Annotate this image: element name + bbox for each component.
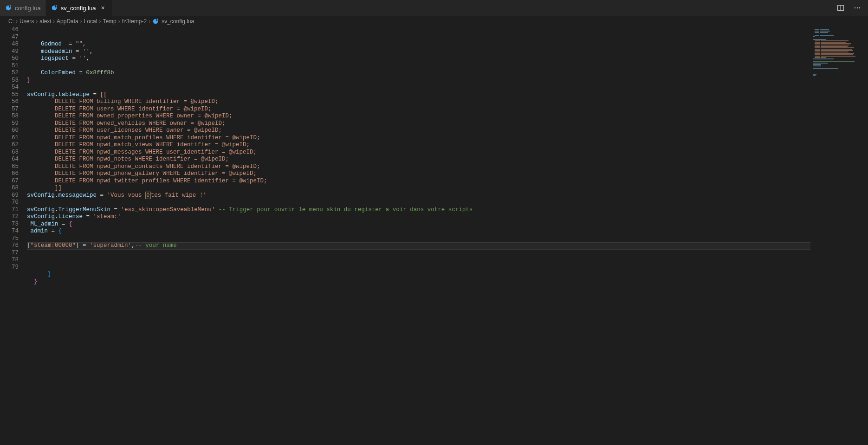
code-line[interactable]: ColorEmbed = 0x8fff8b: [27, 70, 810, 77]
breadcrumb: C:› Users› alexi› AppData› Local› Temp› …: [0, 16, 868, 26]
lua-file-icon: [152, 18, 159, 25]
breadcrumb-part[interactable]: Temp: [103, 18, 116, 25]
line-number[interactable]: 66: [0, 170, 19, 178]
code-line[interactable]: DELETE FROM npwd_notes WHERE identifier …: [27, 156, 810, 163]
code-line[interactable]: DELETE FROM user_licenses WHERE owner = …: [27, 127, 810, 135]
code-line[interactable]: DELETE FROM npwd_phone_gallery WHERE ide…: [27, 170, 810, 178]
code-line[interactable]: modeadmin = '',: [27, 48, 810, 56]
line-number[interactable]: 47: [0, 34, 19, 41]
lua-file-icon: [51, 4, 58, 12]
code-line[interactable]: DELETE FROM users WHERE identifier = @wi…: [27, 106, 810, 113]
line-number[interactable]: 72: [0, 213, 19, 221]
scrollbar[interactable]: [862, 26, 868, 445]
svg-point-8: [855, 7, 855, 8]
line-number[interactable]: 79: [0, 264, 19, 271]
code-line[interactable]: [27, 199, 810, 206]
line-number[interactable]: 55: [0, 91, 19, 99]
line-number[interactable]: 63: [0, 149, 19, 156]
svg-point-2: [10, 5, 11, 6]
line-number[interactable]: 68: [0, 185, 19, 192]
more-icon[interactable]: [852, 3, 862, 13]
line-number[interactable]: 78: [0, 257, 19, 264]
breadcrumb-part[interactable]: Local: [84, 18, 97, 25]
line-number[interactable]: 71: [0, 206, 19, 214]
code-line[interactable]: ]]: [27, 185, 810, 192]
code-line[interactable]: ML_admin = {: [27, 221, 810, 228]
line-number[interactable]: 48: [0, 41, 19, 48]
line-number[interactable]: 73: [0, 221, 19, 228]
code-line[interactable]: admin = {: [27, 228, 810, 235]
code-line[interactable]: DELETE FROM billing WHERE identifier = @…: [27, 98, 810, 106]
breadcrumb-part[interactable]: fz3temp-2: [122, 18, 147, 25]
svg-point-9: [857, 7, 858, 8]
line-number[interactable]: 76: [0, 242, 19, 250]
breadcrumb-file[interactable]: sv_config.lua: [162, 18, 194, 25]
tab-sv-config[interactable]: sv_config.lua ×: [46, 0, 112, 16]
code-line[interactable]: logspect = '',: [27, 55, 810, 63]
code-line[interactable]: [27, 84, 810, 91]
chevron-right-icon: ›: [16, 18, 18, 25]
tab-label: config.lua: [15, 5, 41, 12]
code-line[interactable]: [27, 257, 810, 264]
code-area[interactable]: Godmod = "", modeadmin = '', logspect = …: [27, 26, 810, 445]
line-number[interactable]: 54: [0, 84, 19, 91]
code-line[interactable]: [27, 235, 810, 243]
code-line[interactable]: }: [27, 77, 810, 84]
line-gutter[interactable]: 4647484950515253545556575859606162636465…: [0, 26, 27, 445]
code-line[interactable]: DELETE FROM owned_vehicles WHERE owner =…: [27, 120, 810, 128]
minimap[interactable]: [810, 26, 862, 445]
breadcrumb-part[interactable]: AppData: [57, 18, 78, 25]
code-line[interactable]: svConfig.License = 'steam:': [27, 213, 810, 221]
split-editor-icon[interactable]: [836, 3, 846, 13]
line-number[interactable]: 62: [0, 142, 19, 149]
line-number[interactable]: 57: [0, 106, 19, 113]
code-line[interactable]: DELETE FROM npwd_match_profiles WHERE id…: [27, 135, 810, 142]
line-number[interactable]: 70: [0, 199, 19, 206]
code-line[interactable]: }: [27, 271, 810, 278]
line-number[interactable]: 65: [0, 163, 19, 171]
code-line[interactable]: svConfig.messagewipe = 'Vous vous êtes f…: [27, 192, 810, 200]
chevron-right-icon: ›: [53, 18, 55, 25]
line-number[interactable]: 58: [0, 113, 19, 120]
line-number[interactable]: 60: [0, 127, 19, 135]
code-line[interactable]: svConfig.tablewipe = [[: [27, 91, 810, 99]
line-number[interactable]: 53: [0, 77, 19, 84]
tabs-container: config.lua sv_config.lua ×: [0, 0, 112, 16]
line-number[interactable]: 46: [0, 26, 19, 34]
tab-config[interactable]: config.lua: [0, 0, 46, 16]
code-line[interactable]: ["steam:00000"] = 'superadmin',-- your n…: [27, 242, 810, 250]
code-line[interactable]: svConfig.TriggerMenuSkin = 'esx_skin:ope…: [27, 206, 810, 214]
line-number[interactable]: 61: [0, 135, 19, 142]
breadcrumb-part[interactable]: Users: [19, 18, 34, 25]
chevron-right-icon: ›: [149, 18, 150, 25]
close-icon[interactable]: ×: [99, 4, 107, 12]
breadcrumb-part[interactable]: alexi: [39, 18, 51, 25]
line-number[interactable]: 49: [0, 48, 19, 56]
line-number[interactable]: 52: [0, 70, 19, 77]
line-number[interactable]: 77: [0, 250, 19, 257]
code-line[interactable]: DELETE FROM npwd_twitter_profiles WHERE …: [27, 178, 810, 185]
code-line[interactable]: Godmod = "",: [27, 41, 810, 48]
code-line[interactable]: DELETE FROM npwd_phone_contacts WHERE id…: [27, 163, 810, 171]
line-number[interactable]: 51: [0, 63, 19, 70]
code-line[interactable]: }: [27, 278, 810, 286]
code-line[interactable]: [27, 264, 810, 271]
code-line[interactable]: [27, 250, 810, 257]
line-number[interactable]: 75: [0, 235, 19, 243]
breadcrumb-part[interactable]: C:: [8, 18, 14, 25]
line-number[interactable]: 64: [0, 156, 19, 163]
line-number[interactable]: 69: [0, 192, 19, 200]
code-line[interactable]: DELETE FROM npwd_messages WHERE user_ide…: [27, 149, 810, 156]
line-number[interactable]: 59: [0, 120, 19, 128]
tab-bar: config.lua sv_config.lua ×: [0, 0, 868, 16]
code-line[interactable]: DELETE FROM npwd_match_views WHERE ident…: [27, 142, 810, 149]
code-line[interactable]: [27, 63, 810, 70]
tab-label: sv_config.lua: [61, 5, 96, 12]
line-number[interactable]: 50: [0, 55, 19, 63]
line-number[interactable]: 74: [0, 228, 19, 235]
chevron-right-icon: ›: [118, 18, 120, 25]
line-number[interactable]: 56: [0, 98, 19, 106]
line-number[interactable]: 67: [0, 178, 19, 185]
editor-actions: [836, 3, 868, 13]
code-line[interactable]: DELETE FROM owned_properties WHERE owner…: [27, 113, 810, 120]
